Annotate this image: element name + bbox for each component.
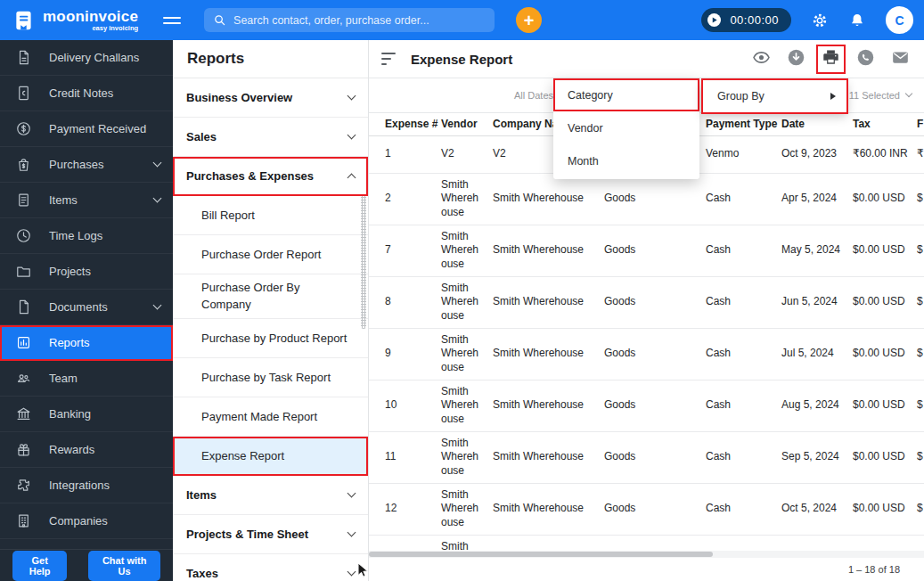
- sidebar-item-banking[interactable]: Banking: [0, 397, 173, 432]
- sidebar-item-rewards[interactable]: Rewards: [0, 432, 173, 468]
- report-section-items[interactable]: Items: [173, 476, 368, 515]
- sidebar-item-time-logs[interactable]: Time Logs: [0, 218, 173, 254]
- submenu-item-vendor[interactable]: Vendor: [553, 111, 699, 144]
- report-item-purchase-by-product-report[interactable]: Purchase by Product Report: [173, 319, 368, 358]
- report-item-bill-report[interactable]: Bill Report: [173, 196, 368, 235]
- search-icon: [213, 13, 226, 27]
- cell-date: Aug 5, 2024: [781, 380, 853, 431]
- table-row[interactable]: 10Smith WherehouseSmith WherehouseGoodsC…: [369, 380, 924, 431]
- integrations-icon: [15, 477, 32, 494]
- table-row[interactable]: Smith Wherehouse: [369, 535, 924, 551]
- sidebar-item-label: Purchases: [49, 158, 103, 171]
- report-row-label: Taxes: [186, 567, 218, 580]
- scrollbar-thumb[interactable]: [369, 552, 713, 557]
- report-item-purchase-order-report[interactable]: Purchase Order Report: [173, 235, 368, 274]
- group-by-submenu: CategoryVendorMonth: [553, 78, 699, 179]
- hamburger-menu-icon[interactable]: [163, 14, 181, 27]
- chevron-down-icon: [348, 568, 356, 577]
- whatsapp-button[interactable]: [856, 50, 875, 69]
- search-input[interactable]: [233, 14, 486, 27]
- gear-icon[interactable]: [811, 12, 829, 29]
- table-row[interactable]: 12Smith WherehouseSmith WherehouseGoodsC…: [369, 483, 924, 535]
- report-section-projects-time-sheet[interactable]: Projects & Time Sheet: [173, 515, 368, 554]
- sidebar-item-label: Companies: [49, 514, 108, 528]
- cell-tax: $0.00 USD: [853, 483, 917, 535]
- app-window: mooninvoice easy invoicing + 00:00:00 C …: [0, 0, 924, 581]
- cell-f: $: [917, 276, 924, 328]
- cell-payment-type: Cash: [706, 380, 781, 431]
- cell-company-name: Smith Wherehouse: [493, 173, 604, 225]
- table-row[interactable]: 11Smith WherehouseSmith WherehouseGoodsC…: [369, 431, 924, 483]
- table-row[interactable]: 7Smith WherehouseSmith WherehouseGoodsCa…: [369, 225, 924, 276]
- menu-item-group-by[interactable]: Group By: [703, 80, 846, 112]
- report-item-expense-report[interactable]: Expense Report: [173, 437, 368, 476]
- report-section-business-overview[interactable]: Business Overview: [173, 78, 368, 118]
- cell-payment-type: Cash: [706, 431, 781, 483]
- chevron-down-icon: [153, 159, 162, 168]
- projects-icon: [15, 263, 32, 280]
- table-row[interactable]: 2Smith WherehouseSmith WherehouseGoodsCa…: [369, 173, 924, 225]
- cell-category: Goods: [604, 173, 706, 225]
- report-row-label: Purchase by Product Report: [201, 331, 347, 345]
- report-section-sales[interactable]: Sales: [173, 118, 368, 157]
- print-button[interactable]: [822, 50, 840, 69]
- chevron-down-icon: [348, 131, 356, 140]
- page-title: Expense Report: [411, 52, 512, 67]
- chat-with-us-button[interactable]: Chat with Us: [88, 551, 160, 581]
- report-header: Expense Report: [369, 40, 924, 78]
- sidebar-item-projects[interactable]: Projects: [0, 254, 173, 290]
- global-search[interactable]: [204, 8, 495, 32]
- download-button[interactable]: [787, 50, 805, 69]
- sidebar-item-reports[interactable]: Reports: [0, 325, 173, 361]
- cell-vendor: Smith Wherehouse: [441, 380, 493, 431]
- sidebar-item-purchases[interactable]: Purchases: [0, 147, 173, 183]
- banking-icon: [15, 405, 32, 422]
- cell-f: $: [917, 431, 924, 483]
- sidebar-item-integrations[interactable]: Integrations: [0, 468, 173, 503]
- chevron-up-icon: [348, 174, 356, 183]
- timer-widget[interactable]: 00:00:00: [701, 8, 791, 32]
- horizontal-scrollbar[interactable]: [369, 551, 924, 558]
- sidebar-item-team[interactable]: Team: [0, 361, 173, 397]
- sidebar-item-delivery-challans[interactable]: Delivery Challans: [0, 40, 173, 76]
- report-section-purchases-expenses[interactable]: Purchases & Expenses: [173, 157, 368, 196]
- sidebar-item-companies[interactable]: Companies: [0, 503, 173, 539]
- table-row[interactable]: 8Smith WherehouseSmith WherehouseGoodsCa…: [369, 276, 924, 328]
- report-section-taxes[interactable]: Taxes: [173, 554, 368, 581]
- report-row-label: Projects & Time Sheet: [186, 528, 308, 541]
- avatar[interactable]: C: [886, 6, 913, 34]
- sidebar-item-credit-notes[interactable]: Credit Notes: [0, 76, 173, 111]
- sort-icon[interactable]: [381, 53, 397, 65]
- cell-payment-type: Cash: [706, 276, 781, 328]
- sidebar-item-items[interactable]: Items: [0, 183, 173, 218]
- brand-logo[interactable]: mooninvoice easy invoicing: [12, 9, 138, 32]
- cell-company-name: Smith Wherehouse: [493, 380, 604, 431]
- report-item-payment-made-report[interactable]: Payment Made Report: [173, 397, 368, 437]
- whatsapp-icon: [856, 48, 875, 70]
- sidebar-item-documents[interactable]: Documents: [0, 290, 173, 325]
- eye-button[interactable]: [752, 50, 771, 69]
- submenu-item-month[interactable]: Month: [553, 144, 699, 177]
- add-new-button[interactable]: +: [516, 7, 542, 33]
- report-row-label: Expense Report: [201, 449, 284, 462]
- date-range-filter[interactable]: All Dates: [514, 90, 553, 101]
- chevron-down-icon: [153, 194, 162, 203]
- mail-button[interactable]: [891, 50, 910, 69]
- eye-icon: [752, 48, 771, 70]
- sidebar-item-payment-received[interactable]: Payment Received: [0, 111, 173, 147]
- cell-date: Apr 5, 2024: [781, 173, 853, 225]
- cell-payment-type: Cash: [706, 483, 781, 535]
- get-help-button[interactable]: Get Help: [12, 551, 67, 581]
- table-row[interactable]: 9Smith WherehouseSmith WherehouseGoodsCa…: [369, 328, 924, 380]
- cell-company-name: Smith Wherehouse: [493, 276, 604, 328]
- team-icon: [15, 370, 32, 387]
- report-row-label: Purchases & Expenses: [186, 169, 314, 183]
- submenu-item-category[interactable]: Category: [553, 78, 699, 111]
- report-item-purchase-by-task-report[interactable]: Purchase by Task Report: [173, 358, 368, 397]
- play-icon[interactable]: [706, 12, 723, 29]
- bell-icon[interactable]: [848, 12, 866, 29]
- report-item-purchase-order-by-company[interactable]: Purchase Order By Company: [173, 274, 368, 319]
- cell-tax: [853, 535, 917, 551]
- sidebar: Delivery ChallansCredit NotesPayment Rec…: [0, 40, 173, 581]
- brand-name: mooninvoice: [43, 9, 138, 24]
